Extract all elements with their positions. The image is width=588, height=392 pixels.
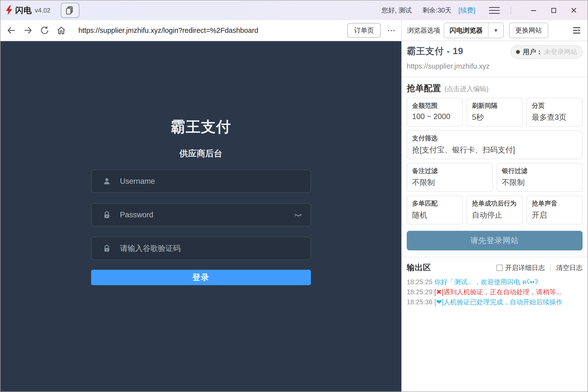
card-value: 最多查3页 xyxy=(532,112,577,122)
log-time: 18:25:36 xyxy=(407,298,432,306)
browser-options-label: 浏览器选项 xyxy=(407,26,440,35)
config-card-pagination[interactable]: 分页 最多查3页 xyxy=(526,98,582,127)
days-remaining: 剩余:30天 xyxy=(422,6,452,15)
log-time: 18:25:29 xyxy=(407,288,432,296)
card-label: 备注过滤 xyxy=(412,166,488,175)
forward-button[interactable] xyxy=(22,24,34,37)
config-section-header[interactable]: 抢单配置 (点击进入编辑) xyxy=(407,82,582,94)
reload-icon xyxy=(40,26,50,35)
tabs-button[interactable] xyxy=(61,3,80,18)
card-label: 抢单声音 xyxy=(532,199,577,208)
config-card-after-success-action[interactable]: 抢单成功后行为 自动停止 xyxy=(466,196,522,224)
more-menu-icon[interactable]: ⋯ xyxy=(387,26,396,35)
config-card-multi-order-match[interactable]: 多单匹配 随机 xyxy=(407,196,463,224)
config-card-refresh-interval[interactable]: 刷新间隔 5秒 xyxy=(466,98,522,127)
main-content: 霸王支付 供应商后台 xyxy=(0,41,588,392)
config-row-2: 支付筛选 抢[支付宝、银行卡、扫码支付] xyxy=(407,130,582,159)
config-row-4: 多单匹配 随机 抢单成功后行为 自动停止 抢单声音 开启 xyxy=(407,196,582,224)
config-card-bank-filter[interactable]: 银行过滤 不限制 xyxy=(496,163,583,192)
back-arrow-icon xyxy=(6,25,16,36)
browser-toolbar: https://supplier.jmzhifu.xyz/login?redir… xyxy=(0,20,402,41)
log-line: 18:25:25 你好「测试」，欢迎使用闪电 ฅʕ••ʔ xyxy=(407,277,582,287)
toolbar-row: https://supplier.jmzhifu.xyz/login?redir… xyxy=(0,20,588,41)
panel-toggle-button[interactable] xyxy=(571,25,582,36)
config-card-remark-filter[interactable]: 备注过滤 不限制 xyxy=(407,163,493,192)
user-status: 未登录网站 xyxy=(544,48,577,56)
output-title: 输出区 xyxy=(407,262,431,273)
card-label: 多单匹配 xyxy=(412,199,458,208)
lock-icon xyxy=(102,244,112,253)
titlebar-left: 闪电 v4.02 xyxy=(6,3,80,18)
minimize-icon xyxy=(530,6,537,14)
verbose-log-toggle[interactable]: 开启详细日志 xyxy=(496,264,545,272)
verbose-log-checkbox[interactable] xyxy=(496,264,503,271)
divider xyxy=(402,257,588,257)
config-card-grab-sound[interactable]: 抢单声音 开启 xyxy=(526,196,582,224)
log-area: 18:25:25 你好「测试」，欢迎使用闪电 ฅʕ••ʔ 18:25:29 [✖… xyxy=(407,277,582,307)
site-url: https://supplier.jmzhifu.xyz xyxy=(407,62,582,70)
header-separator xyxy=(550,264,551,272)
greeting-text: 您好, 测试 xyxy=(382,6,412,15)
url-bar[interactable]: https://supplier.jmzhifu.xyz/login?redir… xyxy=(78,26,342,34)
back-button[interactable] xyxy=(5,24,18,37)
clear-log-button[interactable]: 清空日志 xyxy=(556,264,582,272)
toggle-password-visibility-button[interactable] xyxy=(293,210,303,220)
page-subtitle: 供应商后台 xyxy=(91,148,311,159)
card-label: 分页 xyxy=(532,102,577,110)
login-required-button[interactable]: 请先登录网站 xyxy=(407,231,582,250)
app-window: 闪电 v4.02 您好, 测试 剩余:30天 [续费] xyxy=(0,0,588,392)
site-info: 霸王支付 - 19 用户： 未登录网站 https://supplier.jmz… xyxy=(407,41,582,70)
card-label: 抢单成功后行为 xyxy=(472,199,517,208)
page-title: 霸王支付 xyxy=(91,117,311,137)
google-code-input[interactable] xyxy=(120,244,303,253)
lightning-logo-icon xyxy=(6,6,13,15)
verbose-log-label: 开启详细日志 xyxy=(505,264,545,272)
google-code-field-wrap xyxy=(91,237,311,260)
titlebar: 闪电 v4.02 您好, 测试 剩余:30天 [续费] xyxy=(0,0,588,20)
user-icon xyxy=(102,177,112,186)
output-header: 输出区 开启详细日志 清空日志 xyxy=(407,262,582,273)
control-sidebar: 霸王支付 - 19 用户： 未登录网站 https://supplier.jmz… xyxy=(402,41,588,392)
username-input[interactable] xyxy=(120,177,303,186)
home-button[interactable] xyxy=(55,24,68,37)
password-input[interactable] xyxy=(120,210,293,219)
log-message: [✖]遇到人机验证，正在自动处理，请稍等... xyxy=(434,288,562,296)
log-line: 18:25:29 [✖]遇到人机验证，正在自动处理，请稍等... xyxy=(407,287,582,297)
chevron-down-icon[interactable]: ▼ xyxy=(488,23,503,38)
status-dot-icon xyxy=(516,50,520,54)
order-page-button[interactable]: 订单页 xyxy=(347,23,381,38)
eye-closed-icon xyxy=(293,210,303,220)
app-menu-icon[interactable] xyxy=(489,6,500,15)
card-value: 随机 xyxy=(412,210,458,220)
card-value: 100 ~ 2000 xyxy=(412,112,458,121)
app-version: v4.02 xyxy=(35,6,50,14)
maximize-icon xyxy=(550,7,557,14)
app-name: 闪电 xyxy=(15,5,32,16)
maximize-button[interactable] xyxy=(546,4,561,17)
user-status-badge: 用户： 未登录网站 xyxy=(510,45,582,59)
card-label: 支付筛选 xyxy=(412,134,577,142)
browser-select[interactable]: 闪电浏览器 ▼ xyxy=(444,22,504,38)
browser-select-value: 闪电浏览器 xyxy=(444,23,488,38)
reload-button[interactable] xyxy=(38,24,51,37)
user-label: 用户： xyxy=(523,48,543,56)
config-card-payment-filter[interactable]: 支付筛选 抢[支付宝、银行卡、扫码支付] xyxy=(407,130,582,159)
renew-link[interactable]: [续费] xyxy=(458,6,475,15)
login-form: 霸王支付 供应商后台 xyxy=(91,41,311,285)
config-row-1: 金额范围 100 ~ 2000 刷新间隔 5秒 分页 最多查3页 xyxy=(407,98,582,127)
switch-site-button[interactable]: 更换网站 xyxy=(509,22,548,38)
card-value: 开启 xyxy=(532,210,577,220)
config-edit-hint: (点击进入编辑) xyxy=(444,84,488,93)
card-value: 抢[支付宝、银行卡、扫码支付] xyxy=(412,145,577,155)
close-button[interactable] xyxy=(566,4,581,17)
titlebar-separator xyxy=(510,6,511,14)
password-field-wrap xyxy=(91,203,311,226)
config-card-amount-range[interactable]: 金额范围 100 ~ 2000 xyxy=(407,98,463,127)
login-button[interactable]: 登录 xyxy=(91,270,311,285)
card-label: 刷新间隔 xyxy=(472,102,517,110)
minimize-button[interactable] xyxy=(526,4,541,17)
forward-arrow-icon xyxy=(23,25,33,36)
card-label: 金额范围 xyxy=(412,102,458,110)
card-value: 不限制 xyxy=(502,178,578,188)
username-field-wrap xyxy=(91,170,311,193)
